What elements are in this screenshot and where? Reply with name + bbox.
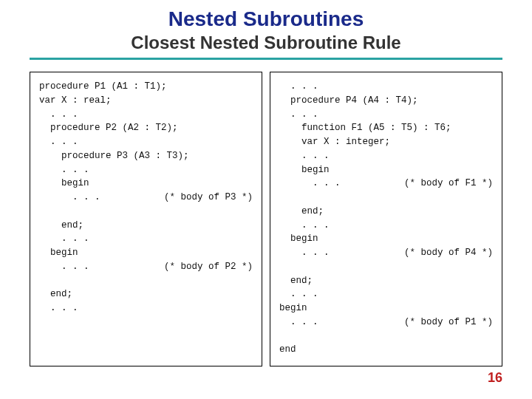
code-comment: (* body of F1 *) [404,177,493,191]
code-line: var X : real; [39,95,112,106]
code-comment: (* body of P1 *) [404,316,493,330]
code-line: . . .(* body of F1 *) [279,177,493,191]
code-box-right: . . . procedure P4 (A4 : T4); . . . func… [270,72,502,366]
code-line: . . . [39,303,78,313]
code-line: end; [39,289,72,299]
code-comment: (* body of P4 *) [404,246,493,260]
code-line: . . . [39,109,78,120]
code-line: . . . [39,165,89,175]
code-line: . . .(* body of P3 *) [39,191,253,205]
code-line: end; [39,220,83,231]
code-line: . . . [279,220,330,231]
code-comment: (* body of P3 *) [164,191,253,205]
code-line: begin [39,178,89,188]
code-line: . . . [279,289,318,299]
code-line: var X : integer; [279,137,390,147]
code-line: . . . [279,151,330,161]
divider [30,58,502,60]
code-line: . . .(* body of P4 *) [279,246,493,260]
code-line: end; [279,276,313,286]
code-line: end [279,344,296,355]
code-columns: procedure P1 (A1 : T1); var X : real; . … [0,72,532,366]
code-line: begin [39,248,78,258]
code-line: end; [279,206,324,216]
code-line: procedure P3 (A3 : T3); [39,151,189,161]
slide-subtitle: Closest Nested Subroutine Rule [0,31,532,58]
code-line: . . . [279,109,318,120]
code-line: procedure P1 (A1 : T1); [39,81,167,92]
code-line: . . .(* body of P2 *) [39,260,253,274]
code-line: function F1 (A5 : T5) : T6; [279,123,451,133]
code-line: procedure P4 (A4 : T4); [279,95,418,106]
code-line: procedure P2 (A2 : T2); [39,123,178,133]
code-line: . . . [279,81,318,92]
code-line: begin [279,233,318,244]
code-line: . . . [39,137,78,147]
page-number: 16 [488,370,502,386]
code-comment: (* body of P2 *) [164,260,253,274]
code-box-left: procedure P1 (A1 : T1); var X : real; . … [30,72,262,366]
code-line: . . .(* body of P1 *) [279,316,493,330]
code-line: . . . [39,233,89,244]
slide-title: Nested Subroutines [0,0,532,31]
code-line: begin [279,303,307,313]
code-line: begin [279,165,330,175]
